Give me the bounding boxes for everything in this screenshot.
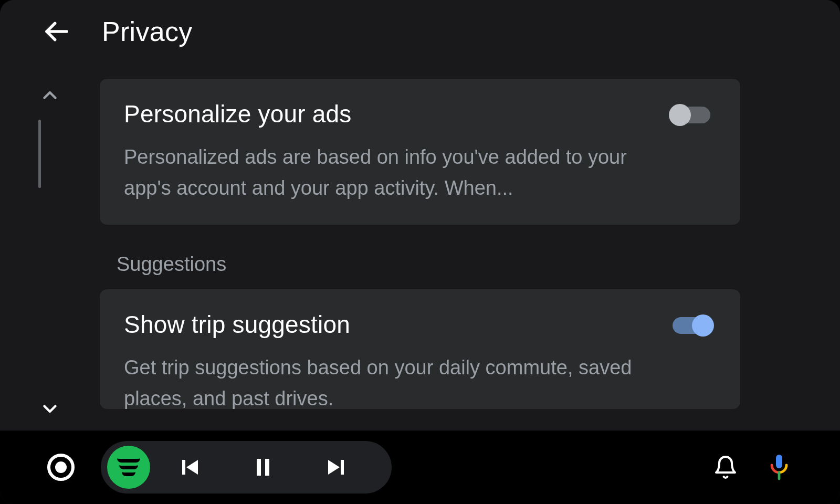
skip-previous-icon — [177, 455, 202, 480]
back-button[interactable] — [42, 17, 70, 46]
section-label-suggestions: Suggestions — [117, 253, 740, 276]
voice-assistant-button[interactable] — [765, 454, 793, 481]
toggle-show-trip-suggestion[interactable] — [669, 313, 714, 338]
setting-description: Personalized ads are based on info you'v… — [124, 142, 648, 204]
arrow-left-icon — [42, 17, 70, 46]
bell-icon — [713, 455, 738, 480]
setting-title: Personalize your ads — [124, 100, 648, 128]
spotify-icon — [117, 458, 140, 476]
setting-row-show-trip-suggestion[interactable]: Show trip suggestion Get trip suggestion… — [100, 289, 740, 409]
setting-description: Get trip suggestions based on your daily… — [124, 352, 648, 409]
svg-marker-2 — [186, 460, 198, 475]
pause-icon — [250, 455, 276, 480]
toggle-knob — [692, 314, 714, 337]
svg-rect-1 — [182, 460, 185, 475]
system-bottom-bar — [0, 430, 840, 504]
content-area: Personalize your ads Personalized ads ar… — [0, 79, 840, 430]
svg-rect-6 — [341, 460, 344, 475]
toggle-knob — [669, 104, 691, 126]
svg-rect-7 — [776, 455, 782, 468]
toggle-personalize-ads[interactable] — [669, 103, 714, 127]
header: Privacy — [0, 0, 840, 63]
settings-screen: Privacy Personalize your ads Personalize… — [0, 0, 840, 504]
play-pause-button[interactable] — [229, 455, 297, 480]
microphone-icon — [766, 454, 792, 481]
previous-track-button[interactable] — [155, 455, 224, 480]
media-app-button[interactable] — [107, 446, 150, 489]
skip-next-icon — [324, 455, 349, 480]
setting-text: Personalize your ads Personalized ads ar… — [124, 100, 669, 204]
setting-row-personalize-ads[interactable]: Personalize your ads Personalized ads ar… — [100, 79, 740, 225]
next-track-button[interactable] — [302, 455, 371, 480]
svg-rect-4 — [265, 459, 269, 476]
svg-rect-3 — [257, 459, 261, 476]
media-controls — [101, 441, 392, 494]
home-button[interactable] — [47, 454, 75, 481]
page-title: Privacy — [102, 16, 193, 47]
svg-marker-5 — [328, 460, 340, 475]
setting-title: Show trip suggestion — [124, 310, 648, 339]
notifications-button[interactable] — [712, 454, 739, 481]
setting-text: Show trip suggestion Get trip suggestion… — [124, 310, 669, 409]
